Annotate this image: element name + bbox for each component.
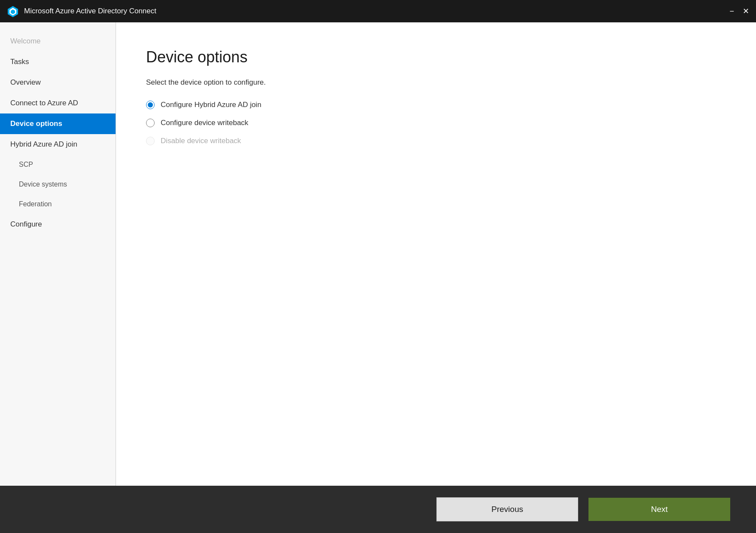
close-button[interactable]: ✕ (743, 7, 749, 15)
azure-ad-icon (7, 5, 19, 17)
page-title: Device options (146, 48, 726, 66)
option-hybrid-join[interactable]: Configure Hybrid Azure AD join (146, 101, 726, 109)
option-device-writeback[interactable]: Configure device writeback (146, 119, 726, 127)
sidebar-item-welcome[interactable]: Welcome (0, 31, 116, 52)
main-window: Welcome Tasks Overview Connect to Azure … (0, 22, 756, 533)
option-disable-writeback[interactable]: Disable device writeback (146, 137, 726, 145)
previous-button[interactable]: Previous (436, 497, 578, 521)
sidebar-item-device-systems[interactable]: Device systems (0, 175, 116, 194)
next-button[interactable]: Next (588, 498, 730, 521)
title-bar-controls: − ✕ (729, 7, 749, 15)
sidebar-item-federation[interactable]: Federation (0, 194, 116, 214)
sidebar-item-hybrid-azure-ad[interactable]: Hybrid Azure AD join (0, 134, 116, 155)
sidebar: Welcome Tasks Overview Connect to Azure … (0, 22, 116, 486)
sidebar-item-overview[interactable]: Overview (0, 72, 116, 93)
options-list: Configure Hybrid Azure AD join Configure… (146, 101, 726, 145)
footer: Previous Next (0, 486, 756, 533)
page-subtitle: Select the device option to configure. (146, 78, 726, 87)
radio-device-writeback[interactable] (146, 119, 155, 127)
minimize-button[interactable]: − (729, 7, 734, 15)
window-content: Welcome Tasks Overview Connect to Azure … (0, 22, 756, 486)
sidebar-item-configure[interactable]: Configure (0, 214, 116, 235)
sidebar-item-scp[interactable]: SCP (0, 155, 116, 175)
title-bar: Microsoft Azure Active Directory Connect… (0, 0, 756, 22)
radio-disable-writeback[interactable] (146, 137, 155, 145)
sidebar-item-device-options[interactable]: Device options (0, 113, 116, 134)
main-panel: Device options Select the device option … (116, 22, 756, 486)
sidebar-item-tasks[interactable]: Tasks (0, 52, 116, 72)
radio-hybrid-join[interactable] (146, 101, 155, 109)
sidebar-item-connect-azure-ad[interactable]: Connect to Azure AD (0, 93, 116, 113)
title-bar-title: Microsoft Azure Active Directory Connect (24, 7, 729, 15)
